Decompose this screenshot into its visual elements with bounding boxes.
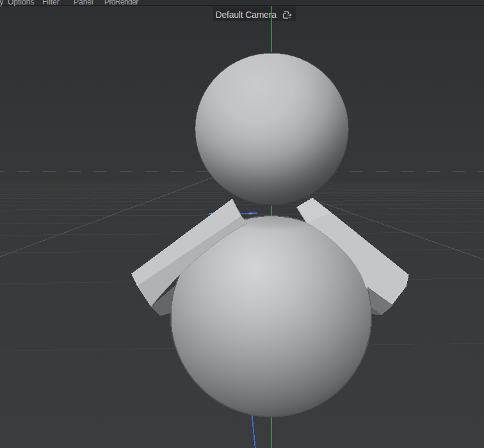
- svg-text:Display: Display: [0, 0, 3, 6]
- svg-text:Panel: Panel: [74, 0, 93, 6]
- svg-text:Filter: Filter: [42, 0, 60, 6]
- svg-text:ProRender: ProRender: [104, 0, 138, 6]
- svg-text:Options: Options: [8, 0, 34, 6]
- svg-text:Default Camera: Default Camera: [216, 10, 277, 20]
